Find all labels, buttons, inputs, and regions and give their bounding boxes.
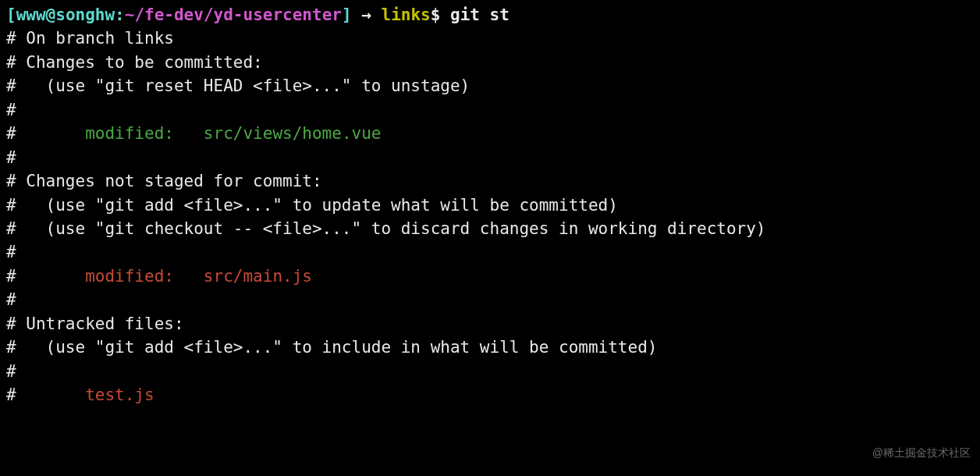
output-line: # (use "git add <file>..." to include in… <box>6 336 974 359</box>
output-line: # Changes to be committed: <box>6 51 974 74</box>
output-line: # <box>6 240 974 264</box>
unstaged-file: modified: src/main.js <box>16 267 312 286</box>
prompt-path: ~/fe-dev/yd-usercenter <box>125 5 342 24</box>
output-line: # <box>6 288 974 311</box>
prompt-dollar: $ <box>431 5 450 24</box>
prompt-bracket-open: [ <box>6 5 16 24</box>
output-line-staged: # modified: src/views/home.vue <box>6 122 974 145</box>
command-text: git st <box>450 5 510 24</box>
output-line: # <box>6 360 974 383</box>
output-line: # <box>6 98 974 122</box>
watermark-text: @稀土掘金技术社区 <box>872 445 971 460</box>
output-line: # <box>6 146 974 169</box>
prompt-arrow: → <box>352 5 382 24</box>
output-line-unstaged: # modified: src/main.js <box>6 265 974 288</box>
output-line: # (use "git add <file>..." to update wha… <box>6 194 974 217</box>
untracked-file: test.js <box>16 385 154 404</box>
output-line: # Untracked files: <box>6 312 974 336</box>
prompt-at: @ <box>46 5 56 24</box>
prompt-branch: links <box>382 5 431 24</box>
output-line: # (use "git checkout -- <file>..." to di… <box>6 217 974 240</box>
prompt-colon: : <box>115 5 125 24</box>
prompt-user: www <box>16 5 46 24</box>
hash-mark: # <box>6 124 16 143</box>
output-line: # (use "git reset HEAD <file>..." to uns… <box>6 74 974 98</box>
prompt-bracket-close: ] <box>342 5 352 24</box>
staged-file: modified: src/views/home.vue <box>16 124 382 143</box>
hash-mark: # <box>6 385 16 404</box>
output-line: # On branch links <box>6 27 974 50</box>
prompt-host: songhw <box>55 5 115 24</box>
output-line-untracked: # test.js <box>6 383 974 407</box>
output-line: # Changes not staged for commit: <box>6 169 974 193</box>
terminal-prompt-line[interactable]: [www@songhw:~/fe-dev/yd-usercenter] → li… <box>6 3 974 27</box>
hash-mark: # <box>6 267 16 286</box>
